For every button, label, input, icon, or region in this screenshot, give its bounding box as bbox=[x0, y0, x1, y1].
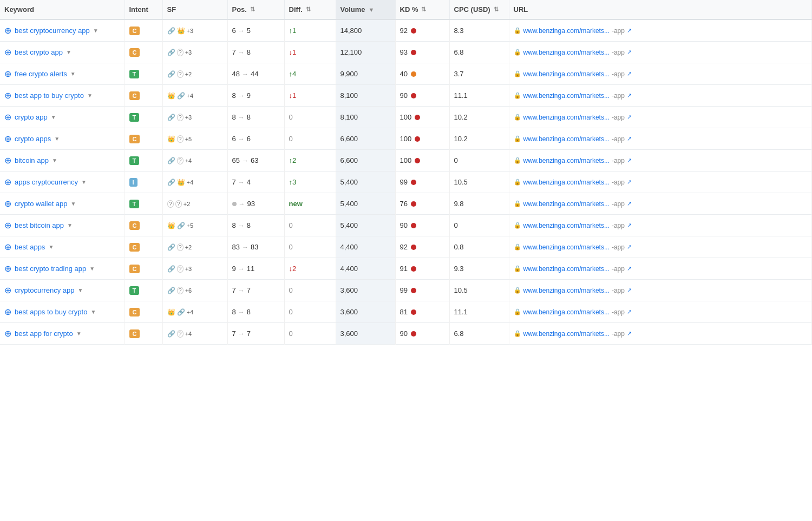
keyword-text[interactable]: best crypto app bbox=[15, 48, 63, 56]
keyword-dropdown-icon[interactable]: ▼ bbox=[93, 28, 99, 34]
external-link-icon[interactable]: ↗ bbox=[627, 330, 632, 337]
keyword-dropdown-icon[interactable]: ▼ bbox=[76, 331, 82, 337]
keyword-dropdown-icon[interactable]: ▼ bbox=[66, 49, 71, 55]
external-link-icon[interactable]: ↗ bbox=[627, 135, 632, 142]
kd-value: 92 bbox=[400, 243, 408, 251]
keyword-text[interactable]: crypto apps bbox=[15, 135, 51, 143]
add-keyword-icon[interactable]: ⊕ bbox=[4, 90, 11, 101]
sort-icon-kd[interactable]: ⇅ bbox=[421, 6, 426, 13]
url-text[interactable]: www.benzinga.com/markets... bbox=[523, 308, 610, 316]
diff-cell-8: new bbox=[284, 193, 336, 215]
url-text[interactable]: www.benzinga.com/markets... bbox=[523, 287, 610, 294]
add-keyword-icon[interactable]: ⊕ bbox=[4, 328, 11, 339]
keyword-dropdown-icon[interactable]: ▼ bbox=[67, 222, 73, 228]
url-text[interactable]: www.benzinga.com/markets... bbox=[523, 135, 610, 143]
keyword-dropdown-icon[interactable]: ▼ bbox=[89, 266, 95, 272]
add-keyword-icon[interactable]: ⊕ bbox=[4, 307, 11, 317]
sort-icon-cpc[interactable]: ⇅ bbox=[494, 6, 499, 13]
url-text[interactable]: www.benzinga.com/markets... bbox=[523, 330, 610, 338]
add-keyword-icon[interactable]: ⊕ bbox=[4, 112, 11, 122]
cpc-value: 9.8 bbox=[454, 200, 464, 208]
keyword-dropdown-icon[interactable]: ▼ bbox=[81, 179, 87, 185]
pos-cell-7: 7→4 bbox=[227, 172, 284, 193]
url-text[interactable]: www.benzinga.com/markets... bbox=[523, 265, 610, 273]
external-link-icon[interactable]: ↗ bbox=[627, 287, 632, 294]
add-keyword-icon[interactable]: ⊕ bbox=[4, 199, 11, 209]
keyword-dropdown-icon[interactable]: ▼ bbox=[70, 71, 76, 77]
url-text[interactable]: www.benzinga.com/markets... bbox=[523, 70, 610, 78]
sf-cell-13: 👑🔗+4 bbox=[162, 301, 227, 323]
sort-icon-diff[interactable]: ⇅ bbox=[306, 6, 311, 13]
keyword-text[interactable]: cryptocurrency app bbox=[15, 286, 75, 294]
add-keyword-icon[interactable]: ⊕ bbox=[4, 242, 11, 252]
url-text[interactable]: www.benzinga.com/markets... bbox=[523, 92, 610, 100]
add-keyword-icon[interactable]: ⊕ bbox=[4, 177, 11, 187]
add-keyword-icon[interactable]: ⊕ bbox=[4, 47, 11, 57]
add-keyword-icon[interactable]: ⊕ bbox=[4, 134, 11, 144]
external-link-icon[interactable]: ↗ bbox=[627, 308, 632, 315]
external-link-icon[interactable]: ↗ bbox=[627, 265, 632, 272]
url-text[interactable]: www.benzinga.com/markets... bbox=[523, 49, 610, 56]
table-row: ⊕ crypto apps ▼ C👑?+56→606,60010010.2 🔒 … bbox=[0, 128, 812, 150]
column-header-kd[interactable]: KD %⇅ bbox=[395, 0, 449, 19]
keyword-dropdown-icon[interactable]: ▼ bbox=[54, 136, 60, 142]
external-link-icon[interactable]: ↗ bbox=[627, 200, 632, 207]
external-link-icon[interactable]: ↗ bbox=[627, 27, 632, 34]
keyword-text[interactable]: best app to buy crypto bbox=[15, 91, 84, 100]
keyword-dropdown-icon[interactable]: ▼ bbox=[52, 157, 57, 163]
keyword-text[interactable]: best apps bbox=[15, 243, 45, 251]
keyword-text[interactable]: best apps to buy crypto bbox=[15, 308, 87, 316]
add-keyword-icon[interactable]: ⊕ bbox=[4, 25, 11, 36]
keyword-text[interactable]: best cryptocurrency app bbox=[15, 27, 90, 35]
url-cell-3: 🔒 www.benzinga.com/markets... -app ↗ bbox=[509, 85, 812, 107]
column-header-pos[interactable]: Pos.⇅ bbox=[227, 0, 284, 19]
keyword-dropdown-icon[interactable]: ▼ bbox=[51, 114, 56, 120]
add-keyword-icon[interactable]: ⊕ bbox=[4, 155, 11, 166]
keyword-text[interactable]: crypto app bbox=[15, 113, 48, 121]
keyword-text[interactable]: crypto wallet app bbox=[15, 200, 68, 208]
external-link-icon[interactable]: ↗ bbox=[627, 157, 632, 164]
keyword-dropdown-icon[interactable]: ▼ bbox=[71, 201, 76, 207]
url-text[interactable]: www.benzinga.com/markets... bbox=[523, 200, 610, 208]
external-link-icon[interactable]: ↗ bbox=[627, 49, 632, 56]
sf-count: +4 bbox=[187, 93, 194, 99]
add-keyword-icon[interactable]: ⊕ bbox=[4, 263, 11, 274]
keyword-text[interactable]: apps cryptocurrency bbox=[15, 178, 78, 186]
external-link-icon[interactable]: ↗ bbox=[627, 70, 632, 77]
add-keyword-icon[interactable]: ⊕ bbox=[4, 285, 11, 295]
url-text[interactable]: www.benzinga.com/markets... bbox=[523, 243, 610, 251]
keyword-text[interactable]: bitcoin app bbox=[15, 156, 49, 164]
keyword-text[interactable]: best crypto trading app bbox=[15, 265, 86, 273]
keyword-text[interactable]: best app for crypto bbox=[15, 329, 73, 338]
keyword-text[interactable]: free crypto alerts bbox=[15, 70, 67, 78]
external-link-icon[interactable]: ↗ bbox=[627, 222, 632, 229]
diff-cell-11: ↓2 bbox=[284, 258, 336, 280]
cpc-cell-4: 10.2 bbox=[449, 107, 509, 128]
external-link-icon[interactable]: ↗ bbox=[627, 179, 632, 186]
url-text[interactable]: www.benzinga.com/markets... bbox=[523, 114, 610, 121]
add-keyword-icon[interactable]: ⊕ bbox=[4, 220, 11, 230]
keyword-text[interactable]: best bitcoin app bbox=[15, 221, 64, 229]
url-suffix: -app bbox=[612, 308, 625, 316]
volume-value: 3,600 bbox=[340, 308, 358, 316]
keyword-dropdown-icon[interactable]: ▼ bbox=[90, 309, 96, 315]
add-keyword-icon[interactable]: ⊕ bbox=[4, 69, 11, 79]
external-link-icon[interactable]: ↗ bbox=[627, 243, 632, 250]
intent-cell-12: T bbox=[125, 280, 162, 301]
keyword-dropdown-icon[interactable]: ▼ bbox=[78, 287, 83, 293]
lock-icon: 🔒 bbox=[514, 222, 521, 229]
column-header-cpc[interactable]: CPC (USD)⇅ bbox=[449, 0, 509, 19]
url-text[interactable]: www.benzinga.com/markets... bbox=[523, 179, 610, 186]
keyword-dropdown-icon[interactable]: ▼ bbox=[87, 93, 93, 98]
url-text[interactable]: www.benzinga.com/markets... bbox=[523, 27, 610, 35]
external-link-icon[interactable]: ↗ bbox=[627, 114, 632, 121]
url-cell-14: 🔒 www.benzinga.com/markets... -app ↗ bbox=[509, 323, 812, 345]
url-text[interactable]: www.benzinga.com/markets... bbox=[523, 222, 610, 229]
keyword-dropdown-icon[interactable]: ▼ bbox=[48, 244, 54, 250]
url-text[interactable]: www.benzinga.com/markets... bbox=[523, 157, 610, 164]
column-header-volume[interactable]: Volume▼ bbox=[336, 0, 395, 19]
column-header-diff[interactable]: Diff.⇅ bbox=[284, 0, 336, 19]
sort-icon-pos[interactable]: ⇅ bbox=[250, 6, 255, 13]
sort-icon-volume[interactable]: ▼ bbox=[369, 6, 375, 13]
external-link-icon[interactable]: ↗ bbox=[627, 92, 632, 99]
